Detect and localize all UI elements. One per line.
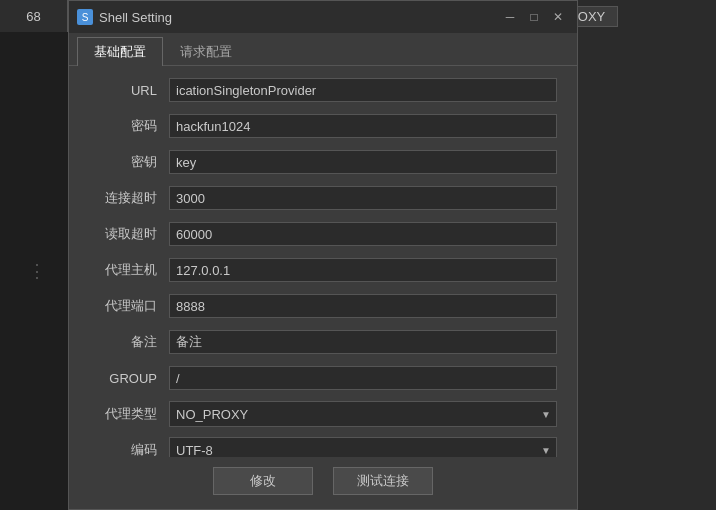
input-url[interactable] — [169, 78, 557, 102]
dialog-title: Shell Setting — [99, 10, 493, 25]
label-password: 密码 — [89, 117, 169, 135]
input-key[interactable] — [169, 150, 557, 174]
input-proxy-port[interactable] — [169, 294, 557, 318]
label-key: 密钥 — [89, 153, 169, 171]
input-group[interactable] — [169, 366, 557, 390]
form-area: URL 密码 密钥 连接超时 读取超时 — [69, 66, 577, 457]
maximize-button[interactable]: □ — [523, 6, 545, 28]
minimize-button[interactable]: ─ — [499, 6, 521, 28]
select-wrapper-encoding: UTF-8 GBK ISO-8859-1 ▼ — [169, 437, 557, 457]
left-panel-dots: ⋮ — [28, 260, 48, 282]
form-row-url: URL — [89, 76, 557, 104]
label-connect-timeout: 连接超时 — [89, 189, 169, 207]
tab-basic[interactable]: 基础配置 — [77, 37, 163, 66]
title-bar: S Shell Setting ─ □ ✕ — [69, 1, 577, 33]
label-group: GROUP — [89, 371, 169, 386]
select-encoding[interactable]: UTF-8 GBK ISO-8859-1 — [169, 437, 557, 457]
test-connection-button[interactable]: 测试连接 — [333, 467, 433, 495]
label-url: URL — [89, 83, 169, 98]
title-bar-controls: ─ □ ✕ — [499, 6, 569, 28]
dialog-icon: S — [77, 9, 93, 25]
select-wrapper-proxy-type: NO_PROXY HTTP SOCKS4 SOCKS5 ▼ — [169, 401, 557, 427]
form-row-connect-timeout: 连接超时 — [89, 184, 557, 212]
button-bar: 修改 测试连接 — [69, 457, 577, 509]
input-password[interactable] — [169, 114, 557, 138]
label-remark: 备注 — [89, 333, 169, 351]
label-proxy-type: 代理类型 — [89, 405, 169, 423]
form-row-remark: 备注 — [89, 328, 557, 356]
shell-setting-dialog: S Shell Setting ─ □ ✕ 基础配置 请求配置 URL 密码 — [68, 0, 578, 510]
label-encoding: 编码 — [89, 441, 169, 457]
label-proxy-host: 代理主机 — [89, 261, 169, 279]
close-button[interactable]: ✕ — [547, 6, 569, 28]
tab-request[interactable]: 请求配置 — [163, 37, 249, 66]
form-row-proxy-port: 代理端口 — [89, 292, 557, 320]
label-proxy-port: 代理端口 — [89, 297, 169, 315]
form-row-proxy-host: 代理主机 — [89, 256, 557, 284]
app-wrapper: 68 NO_PROXY ⋮ S Shell Setting ─ □ ✕ 基 — [0, 0, 716, 510]
tab-bar: 基础配置 请求配置 — [69, 33, 577, 66]
form-row-proxy-type: 代理类型 NO_PROXY HTTP SOCKS4 SOCKS5 ▼ — [89, 400, 557, 428]
modify-button[interactable]: 修改 — [213, 467, 313, 495]
label-read-timeout: 读取超时 — [89, 225, 169, 243]
form-row-read-timeout: 读取超时 — [89, 220, 557, 248]
input-connect-timeout[interactable] — [169, 186, 557, 210]
form-row-password: 密码 — [89, 112, 557, 140]
form-row-group: GROUP — [89, 364, 557, 392]
input-proxy-host[interactable] — [169, 258, 557, 282]
left-panel: ⋮ — [0, 32, 75, 510]
form-row-key: 密钥 — [89, 148, 557, 176]
input-remark[interactable] — [169, 330, 557, 354]
form-row-encoding: 编码 UTF-8 GBK ISO-8859-1 ▼ — [89, 436, 557, 457]
input-read-timeout[interactable] — [169, 222, 557, 246]
select-proxy-type[interactable]: NO_PROXY HTTP SOCKS4 SOCKS5 — [169, 401, 557, 427]
num-badge: 68 — [0, 0, 68, 32]
